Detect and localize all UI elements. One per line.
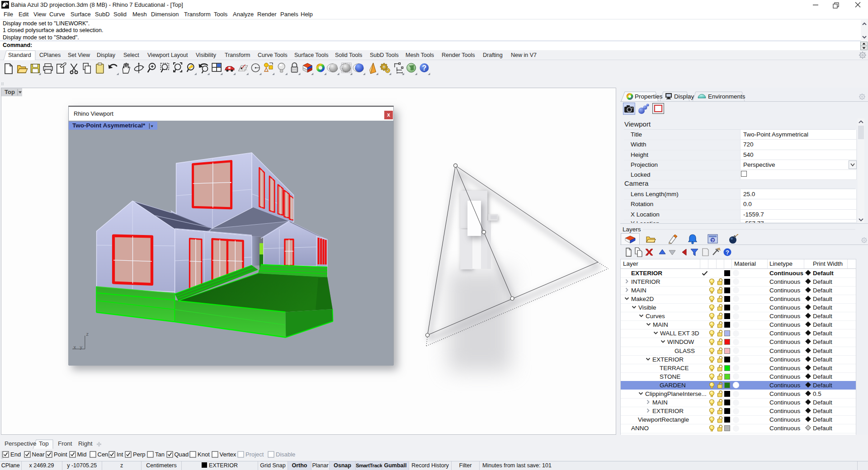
svg-text:?: ? — [422, 64, 427, 72]
svg-text:x: x — [74, 344, 76, 350]
svg-text:?: ? — [712, 238, 714, 243]
svg-text:?: ? — [726, 249, 729, 256]
svg-text:z: z — [86, 331, 89, 337]
svg-text:y: y — [80, 344, 83, 350]
